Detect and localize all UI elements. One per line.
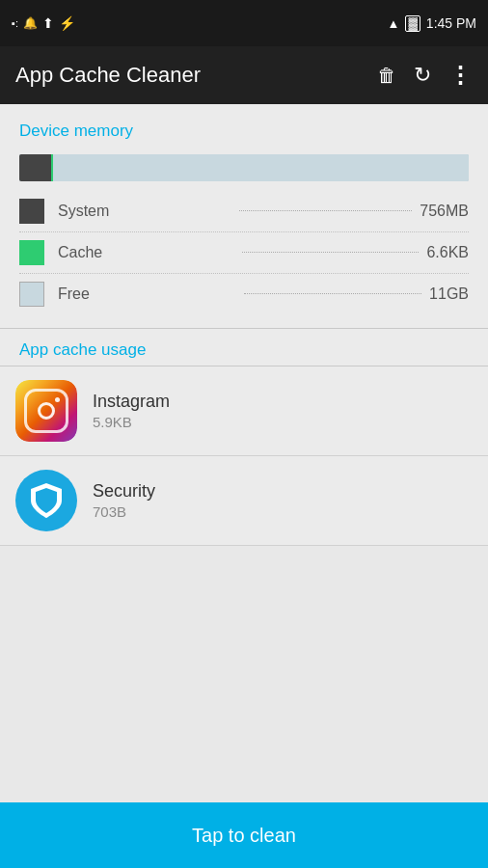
- system-label: System: [58, 203, 231, 220]
- memory-bar-system: [19, 154, 51, 181]
- legend-cache: Cache 6.6KB: [19, 232, 469, 274]
- toolbar-actions: 🗑 ↻ ⋮: [377, 62, 473, 89]
- cache-value: 6.6KB: [426, 244, 469, 261]
- status-icons-right: ▲ ▓ 1:45 PM: [388, 15, 477, 32]
- security-icon: [15, 470, 77, 531]
- app-cache-section: App cache usage Instagram 5.9KB: [0, 329, 488, 546]
- memory-bar-free: [53, 154, 469, 181]
- status-icons-left: ▪: 🔔 ⬆ ⚡: [12, 15, 75, 31]
- more-options-button[interactable]: ⋮: [448, 62, 473, 89]
- device-memory-section: Device memory System 756MB Cache 6.6KB: [0, 104, 488, 314]
- sim-icon: ▪:: [12, 17, 18, 29]
- app-title: App Cache Cleaner: [15, 63, 201, 88]
- device-memory-title: Device memory: [0, 104, 488, 150]
- memory-legend: System 756MB Cache 6.6KB Free 11GB: [0, 191, 488, 314]
- main-content: Device memory System 756MB Cache 6.6KB: [0, 104, 488, 546]
- security-info: Security 703B: [93, 481, 155, 520]
- delete-button[interactable]: 🗑: [377, 65, 396, 87]
- system-value: 756MB: [420, 203, 469, 220]
- list-item[interactable]: Instagram 5.9KB: [0, 366, 488, 456]
- system-dots: [239, 210, 413, 211]
- refresh-button[interactable]: ↻: [414, 63, 431, 88]
- free-color-swatch: [19, 282, 44, 307]
- instagram-size: 5.9KB: [93, 414, 170, 430]
- notification-icon: 🔔: [23, 16, 38, 30]
- app-cache-title: App cache usage: [0, 329, 488, 366]
- cache-label: Cache: [58, 244, 234, 261]
- instagram-info: Instagram 5.9KB: [93, 392, 170, 430]
- free-value: 11GB: [429, 285, 469, 303]
- instagram-name: Instagram: [93, 392, 170, 412]
- legend-system: System 756MB: [19, 191, 469, 232]
- status-bar: ▪: 🔔 ⬆ ⚡ ▲ ▓ 1:45 PM: [0, 0, 488, 46]
- tap-to-clean-label: Tap to clean: [192, 825, 296, 847]
- tap-to-clean-button[interactable]: Tap to clean: [0, 802, 488, 868]
- time-display: 1:45 PM: [426, 15, 476, 31]
- list-item[interactable]: Security 703B: [0, 456, 488, 546]
- upload-icon: ⬆: [42, 15, 54, 31]
- usb-icon: ⚡: [59, 15, 75, 31]
- free-label: Free: [58, 285, 236, 303]
- legend-free: Free 11GB: [19, 274, 469, 314]
- memory-bar: [19, 154, 469, 181]
- security-size: 703B: [93, 503, 155, 520]
- instagram-icon: [15, 380, 77, 442]
- battery-icon: ▓: [405, 15, 420, 32]
- wifi-icon: ▲: [388, 16, 400, 31]
- free-dots: [244, 293, 422, 294]
- cache-color-swatch: [19, 240, 44, 265]
- toolbar: App Cache Cleaner 🗑 ↻ ⋮: [0, 46, 488, 104]
- system-color-swatch: [19, 199, 44, 224]
- cache-dots: [242, 252, 419, 253]
- security-name: Security: [93, 481, 155, 502]
